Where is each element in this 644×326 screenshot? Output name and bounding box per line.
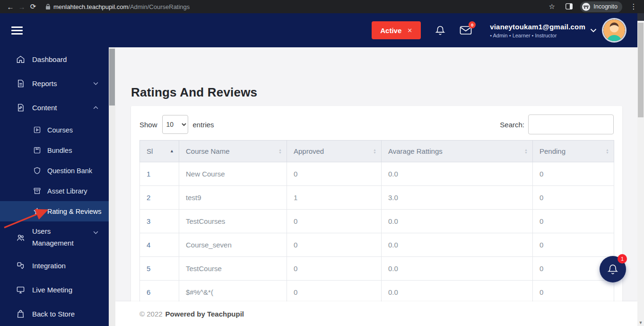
content-scrollbar-thumb[interactable]: [109, 49, 115, 106]
sidebar-item-courses[interactable]: Courses: [0, 120, 109, 140]
cell-approved: 0: [287, 281, 382, 304]
sidebar-item-users-management[interactable]: Users Management: [0, 221, 109, 254]
sidebar-item-live-meeting[interactable]: Live Meeting: [0, 278, 109, 302]
address-bar[interactable]: menlahtech.teachpupil.com/Admin/CourseRa…: [53, 3, 190, 10]
user-email: vianeytoukam1@gmail.com: [490, 23, 585, 31]
incognito-profile-chip[interactable]: Incognito: [580, 1, 622, 12]
sidebar-label: Dashboard: [32, 55, 67, 63]
cell-average-ratings: 0.0: [382, 162, 533, 186]
sidebar-item-reports[interactable]: Reports: [0, 71, 109, 96]
show-label: Show: [139, 121, 157, 129]
notifications-bell-icon[interactable]: [435, 25, 445, 36]
table-row: 5 TestCourse 0 0.0 0: [140, 257, 614, 281]
bookmark-star-icon[interactable]: ☆: [546, 2, 557, 11]
browser-menu-icon[interactable]: ⋮: [628, 2, 639, 11]
cell-course-name: New Course: [179, 162, 287, 186]
sidebar-item-content[interactable]: Content: [0, 96, 109, 120]
app-topbar: Active ✕ 0 vianeytoukam1@gmail.com • Adm…: [0, 13, 637, 47]
sidebar-label: Asset Library: [47, 187, 87, 195]
footer-brand: Powered by Teachpupil: [165, 310, 244, 318]
footer: © 2022 Powered by Teachpupil: [115, 301, 637, 326]
star-icon: [33, 207, 42, 215]
page-scrollbar[interactable]: ▼: [637, 13, 644, 326]
ratings-table-body: 1 New Course 0 0.0 0 2 test9 1 3.0 0 3 T…: [140, 162, 614, 304]
sidebar-item-question-bank[interactable]: Question Bank: [0, 160, 109, 181]
cell-average-ratings: 0.0: [382, 281, 533, 304]
shield-icon: [33, 167, 42, 175]
cell-sl: 3: [140, 210, 179, 233]
column-header-average-ratings[interactable]: Avarage Rattings▲▼: [382, 141, 533, 162]
reload-icon[interactable]: ⟳: [27, 2, 39, 11]
sidebar-label: Users Management: [32, 226, 83, 249]
sidebar-item-bundles[interactable]: Bundles: [0, 140, 109, 160]
column-header-pending[interactable]: Pending▲▼: [533, 141, 614, 162]
hamburger-menu-icon[interactable]: [11, 26, 23, 35]
active-status-button[interactable]: Active ✕: [372, 21, 421, 39]
play-square-icon: [33, 126, 42, 134]
back-icon[interactable]: ←: [5, 3, 16, 11]
chevron-up-icon: [93, 106, 98, 109]
sidebar-item-integration[interactable]: Integration: [0, 254, 109, 278]
footer-copyright: © 2022: [139, 310, 163, 318]
column-header-approved[interactable]: Approved▲▼: [287, 141, 382, 162]
store-bag-icon: [16, 309, 26, 318]
sort-icons: ▲▼: [524, 149, 528, 154]
cell-sl: 2: [140, 186, 179, 210]
cell-pending: 0: [533, 210, 614, 233]
lock-icon: [45, 4, 51, 10]
active-label: Active: [380, 26, 401, 35]
search-label: Search:: [500, 121, 524, 129]
close-icon[interactable]: ✕: [407, 27, 412, 34]
sort-icons: ▲▼: [606, 149, 609, 154]
users-icon: [16, 233, 26, 242]
content-scrollbar[interactable]: [109, 47, 115, 326]
home-icon: [16, 55, 26, 64]
table-row: 2 test9 1 3.0 0: [140, 186, 614, 210]
cell-approved: 0: [287, 162, 382, 186]
sidebar-label: Question Bank: [47, 167, 92, 175]
user-roles: • Admin • Learner • Instructor: [490, 33, 585, 38]
cell-average-ratings: 0.0: [382, 233, 533, 257]
sidebar-label: Content: [32, 104, 57, 112]
sidebar-label: Reports: [32, 79, 57, 88]
table-row: 1 New Course 0 0.0 0: [140, 162, 614, 186]
cell-course-name: test9: [179, 186, 287, 210]
user-avatar[interactable]: [603, 19, 625, 41]
scrollbar-down-arrow[interactable]: ▼: [637, 320, 644, 325]
column-header-course-name[interactable]: Course Name▲▼: [179, 141, 287, 162]
cell-course-name: TestCourses: [179, 210, 287, 233]
page-size-select[interactable]: 10: [162, 115, 188, 134]
cell-course-name: $#%^&*(: [179, 281, 287, 304]
sort-asc-icon: ▲: [170, 149, 174, 153]
forward-icon[interactable]: →: [16, 3, 27, 11]
sidebar-label: Back to Store: [32, 310, 75, 318]
page-scrollbar-thumb[interactable]: [638, 23, 644, 117]
sidebar-item-asset-library[interactable]: Asset Library: [0, 181, 109, 201]
table-row: 4 Course_seven 0 0.0 0: [140, 233, 614, 257]
entries-label: entries: [193, 121, 214, 129]
sidebar-nav: Dashboard Reports Content Courses: [0, 47, 109, 326]
sidebar-item-back-to-store[interactable]: Back to Store: [0, 302, 109, 326]
incognito-icon: [582, 3, 590, 11]
messages-envelope-icon[interactable]: 0: [460, 25, 472, 35]
sidebar-label: Integration: [32, 262, 66, 270]
notification-count-badge: 1: [618, 254, 627, 264]
content-file-icon: [16, 103, 26, 112]
sidebar-item-dashboard[interactable]: Dashboard: [0, 47, 109, 71]
archive-icon: [33, 187, 42, 195]
sidebar-item-rating-reviews[interactable]: Rating & Reviews: [0, 201, 109, 221]
floating-notifications-button[interactable]: 1: [600, 256, 626, 282]
user-menu[interactable]: vianeytoukam1@gmail.com • Admin • Learne…: [490, 23, 585, 38]
column-header-sl[interactable]: Sl▲: [140, 141, 179, 162]
browser-chrome: ← → ⟳ menlahtech.teachpupil.com/Admin/Co…: [0, 0, 644, 13]
sort-icons: ▲▼: [373, 149, 376, 154]
user-chevron-down-icon[interactable]: [590, 28, 597, 33]
mail-badge: 0: [469, 21, 476, 28]
bell-icon: [607, 263, 618, 275]
side-panel-icon[interactable]: [563, 3, 574, 11]
search-input[interactable]: [528, 115, 614, 134]
main-content: Ratings And Reviews Show 10 entries Sear…: [115, 47, 637, 326]
cell-approved: 0: [287, 210, 382, 233]
table-controls: Show 10 entries Search:: [139, 115, 614, 134]
cell-course-name: TestCourse: [179, 257, 287, 281]
